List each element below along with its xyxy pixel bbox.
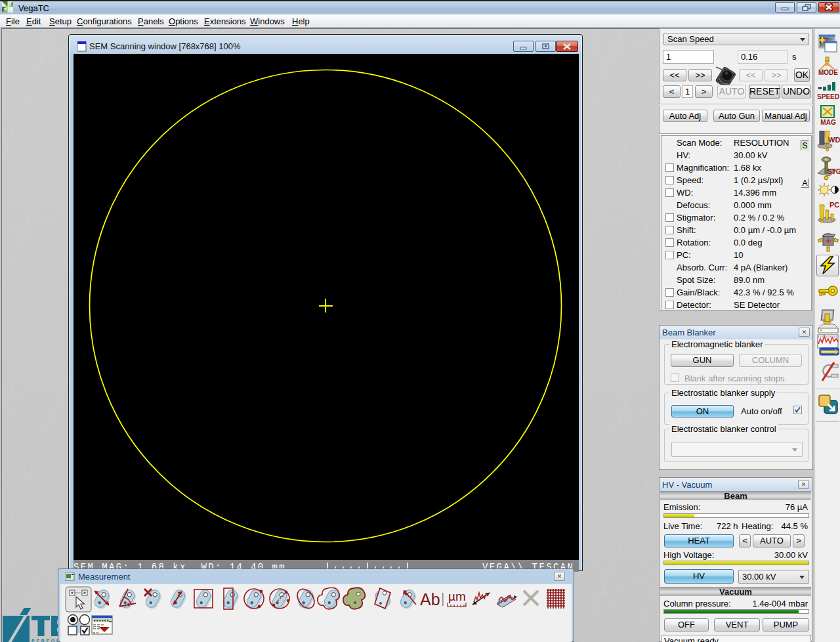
svg-text:µm: µm xyxy=(448,589,466,603)
svg-text:Ab: Ab xyxy=(420,590,440,609)
svg-text:PC: PC xyxy=(830,201,839,209)
svg-text:WD: WD xyxy=(828,136,840,144)
svg-text:STG: STG xyxy=(828,168,840,175)
svg-text:PERFOR: PERFOR xyxy=(32,639,60,642)
